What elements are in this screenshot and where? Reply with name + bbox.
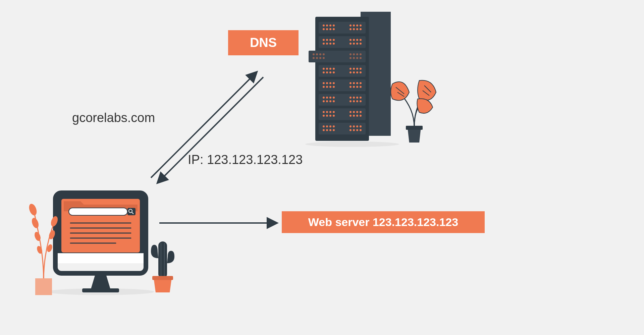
dns-label-text: DNS — [250, 36, 277, 50]
svg-point-62 — [350, 68, 352, 70]
svg-rect-2 — [319, 22, 366, 34]
svg-point-41 — [313, 57, 315, 59]
svg-rect-143 — [406, 126, 423, 130]
svg-point-163 — [50, 215, 59, 227]
svg-point-128 — [329, 129, 331, 131]
svg-point-135 — [353, 129, 355, 131]
svg-point-113 — [350, 111, 352, 113]
svg-point-8 — [326, 28, 328, 30]
svg-point-55 — [326, 68, 328, 70]
web-server-label-box: Web server 123.123.123.123 — [282, 211, 485, 233]
svg-point-39 — [319, 53, 321, 55]
svg-point-124 — [329, 125, 331, 127]
svg-point-101 — [353, 100, 355, 102]
svg-point-110 — [326, 115, 328, 117]
svg-point-80 — [353, 82, 355, 84]
svg-point-26 — [329, 43, 331, 45]
svg-point-59 — [326, 71, 328, 73]
svg-point-91 — [333, 97, 335, 99]
svg-point-14 — [360, 24, 362, 26]
svg-rect-19 — [319, 36, 366, 48]
svg-point-22 — [329, 39, 331, 41]
svg-point-38 — [316, 53, 318, 55]
svg-point-13 — [356, 24, 358, 26]
svg-point-56 — [329, 68, 331, 70]
svg-point-127 — [326, 129, 328, 131]
svg-point-108 — [333, 111, 335, 113]
svg-point-44 — [323, 57, 325, 59]
svg-point-73 — [329, 82, 331, 84]
svg-point-12 — [353, 24, 355, 26]
diagram-canvas: DNS gcorelabs.com IP: 123.123.123.123 We… — [0, 0, 644, 335]
svg-point-18 — [360, 28, 362, 30]
svg-point-24 — [323, 43, 325, 45]
svg-point-159 — [28, 203, 38, 217]
svg-point-37 — [313, 53, 315, 55]
svg-point-9 — [329, 28, 331, 30]
svg-point-48 — [360, 53, 362, 55]
svg-point-137 — [360, 129, 362, 131]
svg-point-68 — [356, 71, 358, 73]
svg-point-160 — [31, 217, 40, 229]
svg-point-86 — [360, 86, 362, 88]
svg-point-85 — [356, 86, 358, 88]
svg-point-35 — [360, 43, 362, 45]
svg-point-105 — [323, 111, 325, 113]
svg-point-130 — [350, 125, 352, 127]
svg-point-125 — [333, 125, 335, 127]
svg-point-133 — [360, 125, 362, 127]
svg-point-118 — [353, 115, 355, 117]
svg-rect-1 — [315, 17, 369, 141]
arrow-client-dns — [141, 60, 275, 188]
svg-point-21 — [326, 39, 328, 41]
svg-point-109 — [323, 115, 325, 117]
svg-point-54 — [323, 68, 325, 70]
svg-rect-166 — [35, 278, 52, 295]
svg-point-131 — [353, 125, 355, 127]
svg-point-103 — [360, 100, 362, 102]
svg-point-45 — [350, 53, 352, 55]
svg-rect-53 — [319, 65, 366, 77]
svg-point-99 — [360, 97, 362, 99]
svg-point-34 — [356, 43, 358, 45]
svg-point-47 — [356, 53, 358, 55]
svg-point-90 — [329, 97, 331, 99]
svg-point-23 — [333, 39, 335, 41]
svg-point-28 — [350, 39, 352, 41]
svg-point-61 — [333, 71, 335, 73]
svg-point-96 — [350, 97, 352, 99]
svg-point-161 — [34, 231, 42, 242]
svg-point-15 — [350, 28, 352, 30]
svg-point-79 — [350, 82, 352, 84]
svg-point-50 — [353, 57, 355, 59]
svg-point-43 — [319, 57, 321, 59]
svg-rect-70 — [319, 79, 366, 91]
svg-point-114 — [353, 111, 355, 113]
svg-point-94 — [329, 100, 331, 102]
svg-point-117 — [350, 115, 352, 117]
svg-point-71 — [323, 82, 325, 84]
svg-rect-147 — [55, 253, 146, 263]
dns-label-box: DNS — [228, 30, 299, 55]
svg-point-89 — [326, 97, 328, 99]
svg-point-95 — [333, 100, 335, 102]
svg-point-58 — [323, 71, 325, 73]
web-server-label-text: Web server 123.123.123.123 — [308, 216, 458, 229]
cactus-plant-icon — [144, 235, 181, 295]
svg-point-138 — [305, 142, 399, 147]
svg-point-7 — [323, 28, 325, 30]
svg-point-27 — [333, 43, 335, 45]
svg-point-16 — [353, 28, 355, 30]
svg-point-123 — [326, 125, 328, 127]
svg-point-76 — [326, 86, 328, 88]
svg-point-77 — [329, 86, 331, 88]
svg-point-93 — [326, 100, 328, 102]
svg-point-60 — [329, 71, 331, 73]
svg-point-10 — [333, 28, 335, 30]
svg-point-122 — [323, 125, 325, 127]
svg-point-100 — [350, 100, 352, 102]
svg-point-66 — [350, 71, 352, 73]
svg-point-30 — [356, 39, 358, 41]
svg-point-64 — [356, 68, 358, 70]
svg-point-40 — [323, 53, 325, 55]
